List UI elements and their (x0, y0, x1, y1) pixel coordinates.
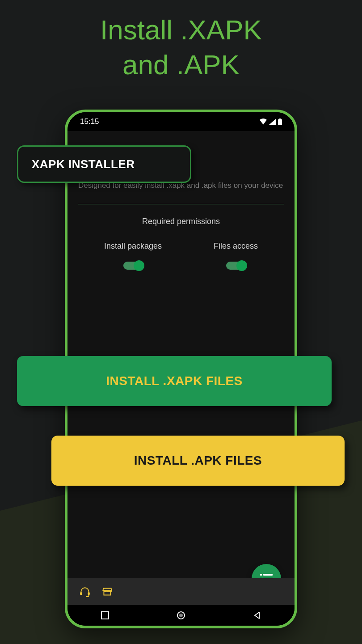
install-xapk-button[interactable]: INSTALL .XAPK FILES (17, 356, 332, 406)
permissions-row: Install packages Files access (78, 242, 284, 270)
status-time: 15:15 (80, 117, 99, 126)
hero-title: Install .XAPK and .APK (0, 13, 362, 82)
nav-recent-icon[interactable] (101, 611, 109, 619)
nav-back-icon[interactable] (253, 611, 261, 619)
app-title-pill: XAPK INSTALLER (17, 145, 191, 183)
svg-rect-0 (278, 119, 282, 125)
toggle-install-packages[interactable] (123, 262, 143, 270)
status-bar: 15:15 (67, 112, 295, 131)
svg-rect-8 (80, 592, 82, 595)
app-title-text: XAPK INSTALLER (32, 157, 135, 171)
hero-line-1: Install .XAPK (100, 14, 262, 45)
status-icons (259, 119, 282, 125)
battery-icon (278, 119, 282, 125)
nav-home-icon[interactable] (177, 611, 185, 620)
permission-install-packages: Install packages (104, 242, 162, 270)
hero-line-2: and .APK (122, 49, 240, 80)
store-icon[interactable] (101, 586, 113, 597)
android-nav-bar (67, 605, 295, 626)
permissions-heading: Required permissions (78, 217, 284, 226)
install-xapk-label: INSTALL .XAPK FILES (106, 374, 243, 388)
bottom-bar (67, 578, 295, 605)
permission-label: Files access (214, 242, 258, 251)
svg-rect-2 (260, 574, 262, 576)
divider (78, 204, 284, 204)
svg-rect-10 (101, 612, 109, 619)
svg-rect-3 (263, 574, 273, 576)
toggle-files-access[interactable] (226, 262, 246, 270)
permission-label: Install packages (104, 242, 162, 251)
wifi-icon (259, 119, 267, 125)
install-apk-label: INSTALL .APK FILES (134, 453, 262, 468)
permission-files-access: Files access (214, 242, 258, 270)
signal-icon (269, 119, 276, 125)
svg-point-12 (179, 614, 183, 617)
support-icon[interactable] (79, 586, 91, 597)
install-apk-button[interactable]: INSTALL .APK FILES (51, 436, 345, 486)
svg-rect-9 (88, 592, 90, 595)
svg-rect-1 (279, 119, 281, 119)
